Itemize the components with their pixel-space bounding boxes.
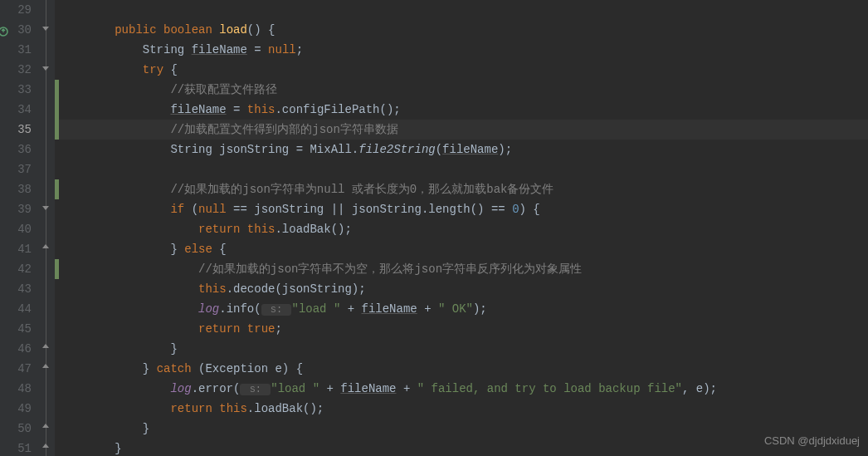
code-line[interactable]: 38 //如果加载的json字符串为null 或者长度为0，那么就加载bak备份…	[0, 179, 868, 199]
code-content[interactable]: this.decode(jsonString);	[59, 279, 868, 299]
fold-gutter[interactable]	[40, 100, 55, 120]
line-number[interactable]: 30	[0, 20, 40, 40]
code-content[interactable]: //加载配置文件得到内部的json字符串数据	[59, 120, 868, 140]
fold-collapse-icon[interactable]	[42, 27, 50, 34]
code-line[interactable]: 30 public boolean load() {	[0, 20, 868, 40]
code-line[interactable]: 44 log.info( s: "load " + fileName + " O…	[0, 299, 868, 319]
line-number[interactable]: 33	[0, 80, 40, 100]
fold-gutter[interactable]	[40, 279, 55, 299]
code-line[interactable]: 50 }	[0, 419, 868, 439]
fold-collapse-icon[interactable]	[42, 206, 50, 213]
fold-expand-end-icon[interactable]	[42, 424, 50, 431]
code-line[interactable]: 45 return true;	[0, 319, 868, 339]
line-number[interactable]: 41	[0, 239, 40, 259]
code-content[interactable]: return this.loadBak();	[59, 399, 868, 419]
fold-expand-end-icon[interactable]	[42, 244, 50, 252]
code-line[interactable]: 32 try {	[0, 60, 868, 80]
line-number[interactable]: 44	[0, 299, 40, 319]
code-line[interactable]: 49 return this.loadBak();	[0, 399, 868, 419]
fold-gutter[interactable]	[40, 439, 55, 456]
line-number[interactable]: 39	[0, 199, 40, 219]
code-line[interactable]: 42 //如果加载的json字符串不为空，那么将json字符串反序列化为对象属性	[0, 259, 868, 279]
fold-gutter[interactable]	[40, 319, 55, 339]
code-line[interactable]: 37	[0, 159, 868, 179]
fold-gutter[interactable]	[40, 0, 55, 20]
fold-gutter[interactable]	[40, 60, 55, 80]
fold-collapse-icon[interactable]	[42, 66, 50, 74]
code-content[interactable]: log.info( s: "load " + fileName + " OK")…	[59, 299, 868, 319]
code-line[interactable]: 29	[0, 0, 868, 20]
line-number[interactable]: 50	[0, 419, 40, 439]
fold-expand-end-icon[interactable]	[42, 444, 50, 451]
line-number[interactable]: 37	[0, 159, 40, 179]
line-number[interactable]: 31	[0, 40, 40, 60]
line-number[interactable]: 38	[0, 179, 40, 199]
code-editor[interactable]: 29 30 public boolean load() {31 String f…	[0, 0, 868, 456]
line-number[interactable]: 45	[0, 319, 40, 339]
code-line[interactable]: 41 } else {	[0, 239, 868, 259]
code-content[interactable]: //获取配置文件路径	[59, 80, 868, 100]
fold-gutter[interactable]	[40, 299, 55, 319]
fold-gutter[interactable]	[40, 339, 55, 359]
code-line[interactable]: 40 return this.loadBak();	[0, 219, 868, 239]
line-number[interactable]: 43	[0, 279, 40, 299]
code-content[interactable]: if (null == jsonString || jsonString.len…	[59, 199, 868, 219]
fold-gutter[interactable]	[40, 399, 55, 419]
line-number[interactable]: 48	[0, 379, 40, 399]
code-content[interactable]: String fileName = null;	[59, 40, 868, 60]
fold-gutter[interactable]	[40, 140, 55, 159]
fold-gutter[interactable]	[40, 359, 55, 379]
code-line[interactable]: 43 this.decode(jsonString);	[0, 279, 868, 299]
fold-gutter[interactable]	[40, 20, 55, 40]
fold-gutter[interactable]	[40, 179, 55, 199]
code-content[interactable]: //如果加载的json字符串为null 或者长度为0，那么就加载bak备份文件	[59, 179, 868, 199]
code-content[interactable]: }	[59, 339, 868, 359]
line-number[interactable]: 29	[0, 0, 40, 20]
code-line[interactable]: 48 log.error( s: "load " + fileName + " …	[0, 379, 868, 399]
line-number[interactable]: 34	[0, 100, 40, 120]
code-line[interactable]: 46 }	[0, 339, 868, 359]
fold-gutter[interactable]	[40, 379, 55, 399]
override-gutter-icon[interactable]	[0, 24, 8, 36]
code-line[interactable]: 31 String fileName = null;	[0, 40, 868, 60]
code-content[interactable]	[59, 159, 868, 179]
code-content[interactable]: }	[59, 419, 868, 439]
fold-expand-end-icon[interactable]	[42, 364, 50, 371]
code-content[interactable]: log.error( s: "load " + fileName + " fai…	[59, 379, 868, 399]
code-content[interactable]: return this.loadBak();	[59, 219, 868, 239]
code-content[interactable]: } catch (Exception e) {	[59, 359, 868, 379]
line-number[interactable]: 49	[0, 399, 40, 419]
code-content[interactable]: } else {	[59, 239, 868, 259]
fold-gutter[interactable]	[40, 259, 55, 279]
code-line[interactable]: 39 if (null == jsonString || jsonString.…	[0, 199, 868, 219]
fold-expand-end-icon[interactable]	[42, 344, 50, 351]
code-line[interactable]: 34 fileName = this.configFilePath();	[0, 100, 868, 120]
code-content[interactable]: //如果加载的json字符串不为空，那么将json字符串反序列化为对象属性	[59, 259, 868, 279]
code-line[interactable]: 51 }	[0, 439, 868, 456]
line-number[interactable]: 46	[0, 339, 40, 359]
code-content[interactable]: try {	[59, 60, 868, 80]
line-number[interactable]: 32	[0, 60, 40, 80]
code-line[interactable]: 36 String jsonString = MixAll.file2Strin…	[0, 140, 868, 159]
line-number[interactable]: 40	[0, 219, 40, 239]
fold-gutter[interactable]	[40, 159, 55, 179]
line-number[interactable]: 51	[0, 439, 40, 456]
fold-gutter[interactable]	[40, 419, 55, 439]
code-content[interactable]: fileName = this.configFilePath();	[59, 100, 868, 120]
fold-gutter[interactable]	[40, 120, 55, 140]
fold-gutter[interactable]	[40, 80, 55, 100]
fold-gutter[interactable]	[40, 239, 55, 259]
line-number[interactable]: 47	[0, 359, 40, 379]
code-content[interactable]: return true;	[59, 319, 868, 339]
code-line[interactable]: 47 } catch (Exception e) {	[0, 359, 868, 379]
line-number[interactable]: 35	[0, 120, 40, 140]
code-content[interactable]	[59, 0, 868, 20]
fold-gutter[interactable]	[40, 219, 55, 239]
line-number[interactable]: 42	[0, 259, 40, 279]
code-content[interactable]: String jsonString = MixAll.file2String(f…	[59, 140, 868, 159]
code-line[interactable]: 35 //加载配置文件得到内部的json字符串数据	[0, 120, 868, 140]
code-content[interactable]: }	[59, 439, 868, 456]
fold-gutter[interactable]	[40, 40, 55, 60]
line-number[interactable]: 36	[0, 140, 40, 159]
fold-gutter[interactable]	[40, 199, 55, 219]
